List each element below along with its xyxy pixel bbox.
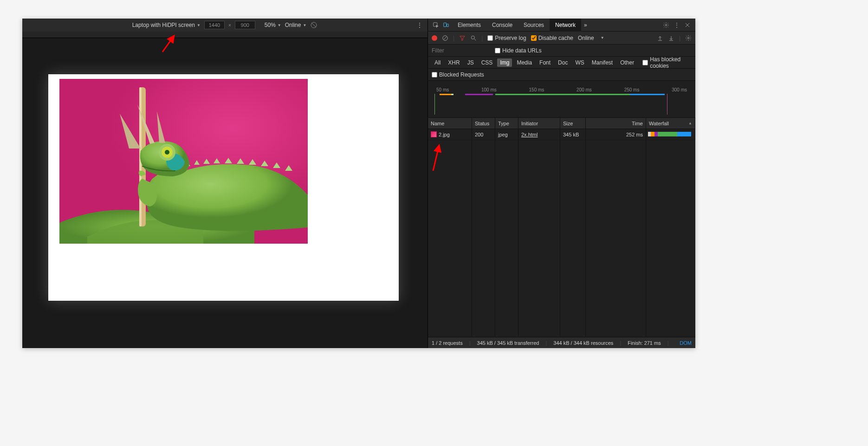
cell-initiator: 2x.html [518,129,560,140]
chevron-down-icon: ▼ [303,23,306,27]
tab-console[interactable]: Console [486,19,518,32]
col-status[interactable]: Status [472,118,495,129]
close-icon[interactable] [684,22,691,28]
svg-line-14 [444,36,447,39]
col-name[interactable]: Name [428,118,472,129]
tick-label: 50 ms [436,87,449,92]
network-throttle-value: Online [578,35,594,41]
blocked-requests-checkbox[interactable]: Blocked Requests [432,71,484,78]
type-manifest[interactable]: Manifest [589,58,615,67]
has-blocked-cookies-checkbox[interactable]: Has blocked cookies [642,56,692,69]
status-finish: Finish: 271 ms [628,340,661,346]
record-button[interactable] [432,35,437,41]
device-name: Laptop with HiDPI screen [132,22,195,28]
hide-data-urls-checkbox[interactable]: Hide data URLs [495,47,542,54]
upload-icon[interactable] [657,35,663,41]
devtools-tabs: Elements Console Sources Network » ⋮ [428,19,695,32]
col-time[interactable]: Time [586,118,646,129]
clear-icon[interactable] [442,35,448,41]
cell-size: 345 kB [560,129,586,140]
rotate-icon[interactable] [310,21,317,29]
tick-label: 300 ms [672,87,687,92]
type-img[interactable]: Img [497,58,512,67]
filter-icon[interactable] [459,35,466,41]
col-waterfall[interactable]: Waterfall▲ [646,118,695,129]
tick-label: 250 ms [624,87,640,92]
chevron-down-icon: ▼ [197,23,201,27]
tab-sources[interactable]: Sources [518,19,550,32]
sort-asc-icon: ▲ [688,121,692,125]
search-icon[interactable] [470,35,477,41]
type-ws[interactable]: WS [572,58,587,67]
device-ruler [22,32,428,38]
timeline-graph [434,94,667,115]
cell-waterfall [646,129,695,140]
type-xhr[interactable]: XHR [445,58,462,67]
resource-types-row: All XHR JS CSS Img Media Font Doc WS Man… [428,57,695,69]
timeline-ticks: 50 ms 100 ms 150 ms 200 ms 250 ms 300 ms [433,87,691,92]
device-toggle-icon[interactable] [443,22,449,28]
status-dom: DOM [680,340,692,346]
kebab-icon[interactable]: ⋮ [416,21,423,29]
svg-rect-10 [444,23,447,26]
svg-point-15 [471,36,474,39]
zoom-dropdown[interactable]: 50% ▼ [265,22,281,28]
download-icon[interactable] [668,35,674,41]
blocked-requests-row: Blocked Requests [428,69,695,81]
cell-type: jpeg [495,129,518,140]
tab-elements[interactable]: Elements [452,19,486,32]
type-all[interactable]: All [432,58,443,67]
disable-cache-label: Disable cache [538,35,573,41]
height-input[interactable] [235,21,255,29]
device-toolbar: Laptop with HiDPI screen ▼ × 50% ▼ Onlin… [22,19,428,32]
tick-label: 100 ms [481,87,497,92]
preserve-log-checkbox[interactable]: Preserve log [487,35,526,41]
network-toolbar: | | Preserve log Disable cache Online ▼ … [428,32,695,45]
type-doc[interactable]: Doc [555,58,570,67]
col-size[interactable]: Size [560,118,586,129]
type-font[interactable]: Font [537,58,553,67]
disable-cache-checkbox[interactable]: Disable cache [531,35,573,41]
type-media[interactable]: Media [514,58,535,67]
chameleon-image [59,79,308,244]
blocked-requests-label: Blocked Requests [439,71,484,78]
filter-row: Hide data URLs [428,45,695,57]
page-content [48,74,399,301]
inspect-icon[interactable] [433,22,439,28]
initiator-link[interactable]: 2x.html [521,132,538,137]
image-file-icon [431,131,437,137]
width-input[interactable] [204,21,225,29]
tick-label: 200 ms [577,87,592,92]
table-empty-area [428,140,695,337]
throttle-dropdown[interactable]: Online ▼ [285,22,307,28]
network-throttle-dropdown[interactable]: Online ▼ [578,35,604,41]
tab-network[interactable]: Network [550,19,581,32]
dimension-separator: × [228,23,231,28]
tick-label: 150 ms [529,87,544,92]
device-canvas [22,38,428,348]
col-type[interactable]: Type [495,118,518,129]
tabs-overflow[interactable]: » [581,19,590,32]
type-other[interactable]: Other [617,58,637,67]
status-requests: 1 / 2 requests [432,340,463,346]
col-initiator[interactable]: Initiator [518,118,560,129]
device-dropdown[interactable]: Laptop with HiDPI screen ▼ [132,22,201,28]
table-row[interactable]: 2.jpg 200 jpeg 2x.html 345 kB 252 ms [428,129,695,140]
status-resources: 344 kB / 344 kB resources [553,340,613,346]
status-transferred: 345 kB / 345 kB transferred [477,340,539,346]
network-timeline[interactable]: 50 ms 100 ms 150 ms 200 ms 250 ms 300 ms [428,81,695,118]
chevron-down-icon: ▼ [601,36,604,40]
cell-time: 252 ms [586,129,646,140]
type-css[interactable]: CSS [479,58,496,67]
gear-icon[interactable] [685,35,692,41]
network-table-header: Name Status Type Initiator Size Time Wat… [428,118,695,129]
filter-input[interactable] [432,47,487,54]
svg-rect-11 [447,24,449,26]
svg-line-1 [312,23,316,27]
network-status-bar: 1 / 2 requests | 345 kB / 345 kB transfe… [428,337,695,348]
type-js[interactable]: JS [465,58,477,67]
cell-name: 2.jpg [428,129,472,140]
kebab-icon[interactable]: ⋮ [674,22,680,28]
svg-point-8 [165,150,169,155]
gear-icon[interactable] [663,22,669,28]
